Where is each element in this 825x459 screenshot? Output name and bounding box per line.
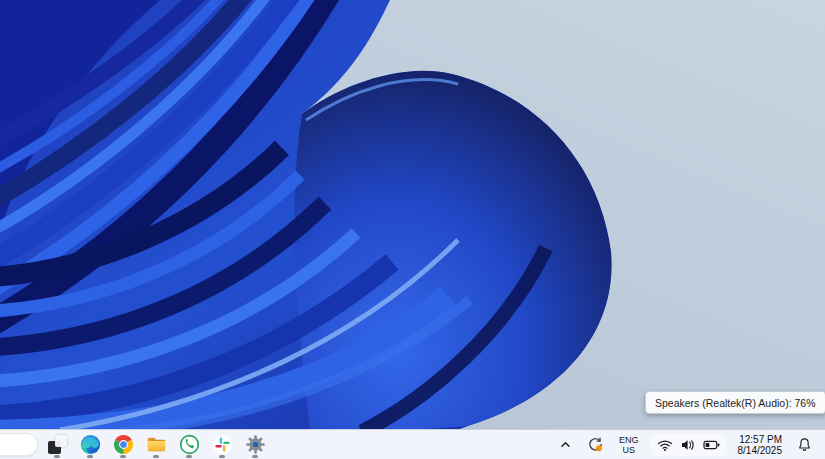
slack-icon — [211, 433, 234, 456]
clock-date: 8/14/2025 — [738, 445, 783, 456]
notification-center-button[interactable] — [794, 435, 815, 454]
taskbar-app-slack[interactable] — [208, 430, 236, 459]
whatsapp-icon — [178, 433, 201, 456]
chrome-icon — [112, 433, 135, 456]
taskbar: ENG US — [0, 429, 825, 459]
volume-tooltip: Speakers (Realtek(R) Audio): 76% — [645, 391, 825, 414]
battery-icon — [703, 438, 720, 452]
tray-hidden-icons-button[interactable] — [556, 436, 575, 453]
task-view-icon — [48, 435, 67, 454]
search-box[interactable] — [0, 433, 38, 456]
chevron-up-icon — [559, 438, 572, 451]
wifi-icon — [657, 438, 673, 452]
running-indicator — [252, 455, 258, 458]
clock-button[interactable]: 12:57 PM 8/14/2025 — [735, 432, 786, 458]
running-indicator — [54, 455, 60, 458]
taskbar-app-task-view[interactable] — [43, 430, 71, 459]
taskbar-app-settings[interactable] — [241, 430, 269, 459]
running-indicator — [153, 455, 159, 458]
clock-time: 12:57 PM — [739, 434, 782, 445]
edge-icon — [79, 433, 102, 456]
tray-sync-button[interactable] — [584, 434, 607, 455]
running-indicator — [120, 455, 126, 458]
notification-bell-icon — [797, 437, 812, 452]
quick-settings-button[interactable] — [651, 434, 726, 456]
taskbar-app-whatsapp[interactable] — [175, 430, 203, 459]
wallpaper-bloom-image — [0, 0, 825, 429]
volume-icon — [680, 438, 696, 452]
file-explorer-icon — [145, 433, 168, 456]
system-tray: ENG US — [556, 430, 825, 459]
taskbar-app-edge[interactable] — [76, 430, 104, 459]
running-indicator — [186, 455, 192, 458]
sync-status-icon — [587, 436, 604, 453]
desktop[interactable]: Speakers (Realtek(R) Audio): 76% — [0, 0, 825, 459]
running-indicator — [219, 455, 225, 458]
running-indicator — [87, 455, 93, 458]
taskbar-app-file-explorer[interactable] — [142, 430, 170, 459]
language-line2: US — [622, 445, 635, 455]
taskbar-app-chrome[interactable] — [109, 430, 137, 459]
taskbar-app-area — [0, 430, 269, 459]
settings-gear-icon — [244, 433, 267, 456]
language-switcher[interactable]: ENG US — [616, 433, 642, 457]
language-line1: ENG — [619, 435, 639, 445]
